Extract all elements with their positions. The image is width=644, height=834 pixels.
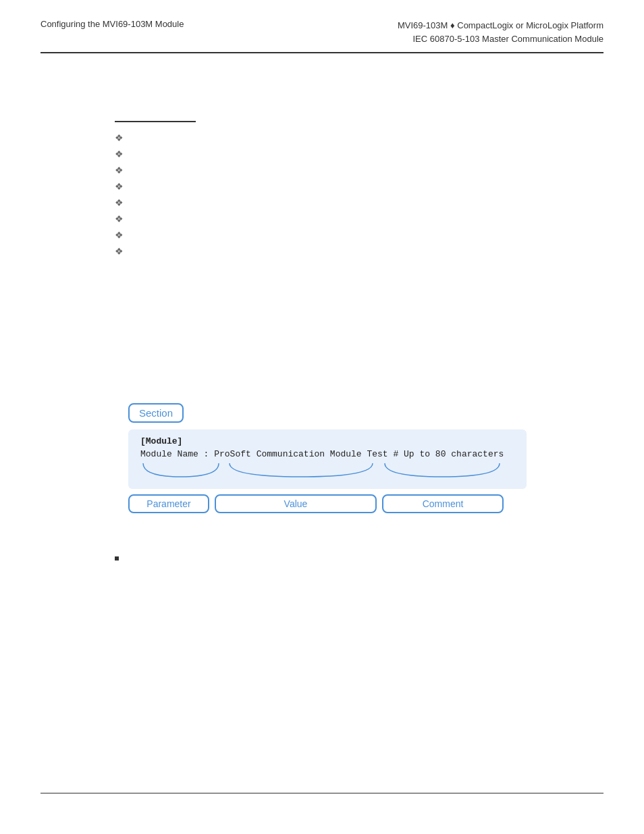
diagram-area: Section [Module] Module Name : ProSoft C… [128,403,603,513]
page: Configuring the MVI69-103M Module MVI69-… [0,0,644,834]
list-item: ❖ [115,164,603,176]
list-item: ❖ [115,197,603,208]
list-item: ❖ [115,229,603,240]
square-bullet-icon [115,556,119,561]
diamond-icon: ❖ [115,197,124,208]
comment-brace-svg [382,461,502,479]
value-badge: Value [215,494,377,513]
header-left-text: Configuring the MVI69-103M Module [41,19,184,29]
value-brace-svg [227,461,375,479]
diamond-icon: ❖ [115,181,124,192]
page-header: Configuring the MVI69-103M Module MVI69-… [0,0,644,52]
module-header: [Module] [140,436,514,446]
footer-divider [41,793,603,793]
list-item: ❖ [115,180,603,192]
diamond-icon: ❖ [115,165,124,176]
diamond-icon: ❖ [115,246,124,257]
section-badge: Section [128,403,184,423]
header-right-text: MVI69-103M ♦ CompactLogix or MicroLogix … [398,19,603,45]
diamond-icon: ❖ [115,213,124,224]
pvc-row: Parameter Value Comment [128,494,527,513]
comment-badge: Comment [382,494,504,513]
list-item: ❖ [115,213,603,224]
diamond-icon: ❖ [115,230,124,240]
section-underline [115,121,196,122]
parameter-brace-svg [140,461,221,479]
list-item: ❖ [115,148,603,159]
brace-row [140,461,518,479]
bullet-section: ❖ ❖ ❖ ❖ ❖ ❖ ❖ ❖ [115,121,603,257]
bullet-list: ❖ ❖ ❖ ❖ ❖ ❖ ❖ ❖ [115,132,603,257]
diamond-icon: ❖ [115,132,124,143]
header-right-line2: IEC 60870-5-103 Master Communication Mod… [398,32,603,46]
header-right-line1: MVI69-103M ♦ CompactLogix or MicroLogix … [398,19,603,32]
diamond-icon: ❖ [115,149,124,159]
config-box: [Module] Module Name : ProSoft Communica… [128,429,527,489]
list-item: ❖ [115,132,603,143]
parameter-badge: Parameter [128,494,209,513]
list-item: ❖ [115,245,603,257]
main-content: ❖ ❖ ❖ ❖ ❖ ❖ ❖ ❖ Section [Module] Module … [0,53,644,588]
config-line: Module Name : ProSoft Communication Modu… [140,449,514,459]
bottom-bullet [115,554,603,561]
content-spacer [41,261,603,396]
